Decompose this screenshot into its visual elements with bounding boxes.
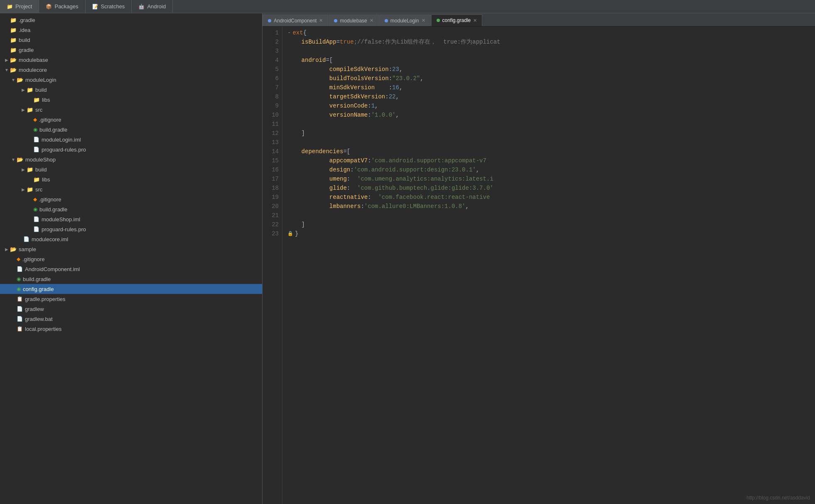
top-toolbar: 📁 Project 📦 Packages 📝 Scratches 🤖 Andro…	[0, 0, 815, 13]
toolbar-tab-scratches[interactable]: 📝 Scratches	[86, 0, 132, 13]
editor-tab-androidcomponent[interactable]: AndroidComponent ✕	[263, 15, 328, 26]
toolbar-tab-project[interactable]: 📁 Project	[0, 0, 39, 13]
tree-item-modulecore-iml[interactable]: 📄 modulecore.iml	[0, 234, 262, 244]
tree-item-modulelogin-src[interactable]: ▶ 📁 src	[0, 105, 262, 115]
tree-item-label: modulecore.iml	[32, 236, 68, 242]
tree-item-modulelogin-gitignore[interactable]: ◆ .gitignore	[0, 115, 262, 125]
tree-item-idea[interactable]: 📁 .idea	[0, 25, 262, 35]
tree-item-modulelogin-build[interactable]: ▶ 📁 build	[0, 85, 262, 95]
code-line-9: versionCode :1,	[287, 101, 815, 110]
tree-item-gradle-properties[interactable]: 📋 gradle.properties	[0, 294, 262, 304]
close-button-config[interactable]: ✕	[473, 18, 477, 23]
tree-item-label: build	[35, 87, 47, 93]
tree-item-sample[interactable]: ▶ 📂 sample	[0, 244, 262, 254]
tree-item-modulelogin-iml[interactable]: 📄 moduleLogin.iml	[0, 135, 262, 144]
toolbar-tab-project-label: Project	[15, 3, 32, 10]
tree-item-androidcomponent-iml[interactable]: 📄 AndroidComponent.iml	[0, 264, 262, 274]
folder-icon: 📁	[27, 166, 33, 173]
tree-item-moduleshop-proguard[interactable]: 📄 proguard-rules.pro	[0, 224, 262, 234]
tree-item-gradle-folder[interactable]: 📁 gradle	[0, 45, 262, 55]
code-line-2: isBuildApp=true;//false:作为Lib组件存在， true:…	[287, 37, 815, 46]
tree-item-moduleshop-gitignore[interactable]: ◆ .gitignore	[0, 194, 262, 204]
tree-item-label: build.gradle	[39, 127, 67, 133]
folder-icon: 📁	[27, 87, 33, 93]
tree-item-root-buildgradle[interactable]: ◉ build.gradle	[0, 274, 262, 284]
tree-item-moduleshop[interactable]: ▼ 📂 moduleShop	[0, 154, 262, 164]
tree-item-label: build	[19, 37, 30, 43]
tree-item-modulelogin[interactable]: ▼ 📂 moduleLogin	[0, 75, 262, 85]
gradle-icon: ◉	[33, 127, 37, 132]
tree-item-label: moduleLogin.iml	[42, 137, 81, 143]
tree-item-gradlew[interactable]: 📄 gradlew	[0, 304, 262, 314]
line-numbers: 12345 678910 1112131415 1617181920 21222…	[263, 27, 282, 504]
iml-icon: 📄	[23, 236, 29, 242]
iml-icon: 📄	[33, 137, 39, 142]
tree-item-modulelogin-libs[interactable]: 📁 libs	[0, 95, 262, 105]
folder-icon: 📁	[10, 47, 17, 53]
tree-item-label: modulebase	[19, 57, 48, 63]
toolbar-tab-android-label: Android	[147, 3, 166, 10]
pro-icon: 📄	[33, 147, 39, 152]
tree-item-modulecore[interactable]: ▼ 📂 modulecore	[0, 65, 262, 75]
close-button-modulelogin[interactable]: ✕	[422, 18, 425, 23]
tree-item-moduleshop-build[interactable]: ▶ 📁 build	[0, 164, 262, 174]
iml-icon: 📄	[17, 266, 23, 272]
toolbar-tab-android[interactable]: 🤖 Android	[132, 0, 173, 13]
tree-item-gradle[interactable]: 📁 .gradle	[0, 15, 262, 25]
arrow-icon: ▶	[20, 167, 27, 172]
editor-tab-config-gradle[interactable]: config.gradle ✕	[431, 15, 483, 26]
file-tree[interactable]: 📁 .gradle 📁 .idea 📁 build 📁 gradle	[0, 13, 263, 504]
tree-item-modulelogin-proguard[interactable]: 📄 proguard-rules.pro	[0, 144, 262, 154]
tree-item-label: local.properties	[25, 326, 61, 332]
editor-tab-label: modulebase	[340, 18, 367, 24]
code-line-23: 🔒}	[287, 229, 815, 238]
tree-item-root-gitignore[interactable]: ◆ .gitignore	[0, 254, 262, 264]
editor-tab-modulelogin[interactable]: moduleLogin ✕	[379, 15, 431, 26]
properties-icon: 📋	[17, 326, 23, 332]
arrow-icon: ▶	[20, 108, 27, 112]
toolbar-tab-packages[interactable]: 📦 Packages	[39, 0, 85, 13]
folder-icon: 📁	[10, 17, 17, 23]
tree-item-config-gradle[interactable]: ◉ config.gradle	[0, 284, 262, 294]
code-line-14: dependencies = [	[287, 147, 815, 156]
code-line-4: android = [	[287, 56, 815, 65]
editor-tab-label: config.gradle	[442, 17, 471, 23]
tree-item-label: AndroidComponent.iml	[25, 266, 80, 272]
tree-item-label: proguard-rules.pro	[42, 226, 86, 232]
tree-item-modulebase[interactable]: ▶ 📂 modulebase	[0, 55, 262, 65]
watermark: http://blog.csdn.net/asddavid	[746, 495, 810, 501]
scratches-icon: 📝	[92, 4, 98, 10]
tree-item-moduleshop-iml[interactable]: 📄 moduleShop.iml	[0, 214, 262, 224]
gitignore-icon: ◆	[33, 196, 37, 202]
toolbar-tab-scratches-label: Scratches	[101, 3, 125, 10]
code-line-10: versionName : '1.0.0',	[287, 110, 815, 120]
code-editor[interactable]: 12345 678910 1112131415 1617181920 21222…	[263, 27, 815, 504]
tree-item-moduleshop-src[interactable]: ▶ 📁 src	[0, 184, 262, 194]
close-button-androidcomponent[interactable]: ✕	[319, 18, 323, 23]
folder-icon: 📁	[27, 107, 33, 113]
tree-item-label: gradlew.bat	[25, 316, 53, 322]
close-button-modulebase[interactable]: ✕	[370, 18, 373, 23]
tree-item-label: .idea	[19, 27, 30, 33]
code-line-7: minSdkVersion : 16,	[287, 83, 815, 92]
tree-item-build-root[interactable]: 📁 build	[0, 35, 262, 45]
folder-icon: 📁	[27, 186, 33, 193]
gitignore-icon: ◆	[33, 117, 37, 122]
tree-item-local-properties[interactable]: 📋 local.properties	[0, 324, 262, 334]
editor-tab-modulebase[interactable]: modulebase ✕	[329, 15, 378, 26]
tab-dot-modulelogin	[385, 19, 388, 22]
gradle-icon: ◉	[17, 276, 21, 282]
tree-item-moduleshop-libs[interactable]: 📁 libs	[0, 174, 262, 184]
gradlew-bat-icon: 📄	[17, 316, 23, 322]
editor-area: AndroidComponent ✕ modulebase ✕ moduleLo…	[263, 13, 815, 504]
tree-item-modulelogin-buildgradle[interactable]: ◉ build.gradle	[0, 125, 262, 135]
code-line-16: design: 'com.android.support:design:23.0…	[287, 165, 815, 174]
tree-item-moduleshop-buildgradle[interactable]: ◉ build.gradle	[0, 204, 262, 214]
tree-item-gradlew-bat[interactable]: 📄 gradlew.bat	[0, 314, 262, 324]
code-line-15: appcompatV7 : 'com.android.support:appco…	[287, 156, 815, 165]
code-line-11	[287, 120, 815, 129]
folder-icon: 📁	[10, 37, 17, 43]
tab-dot-androidcomponent	[268, 19, 271, 22]
arrow-icon: ▶	[3, 58, 10, 62]
tree-item-label: moduleShop.iml	[42, 216, 80, 223]
